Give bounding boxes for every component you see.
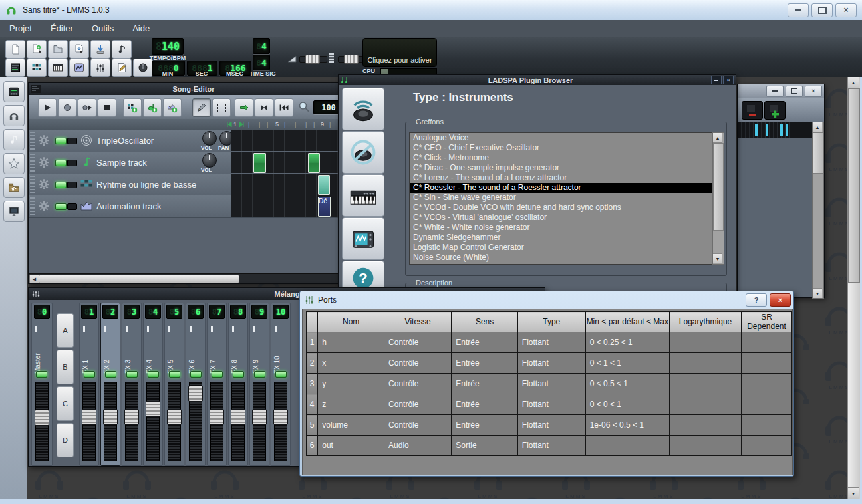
menu-outils[interactable]: Outils xyxy=(82,20,123,37)
row-number[interactable]: 1 xyxy=(307,332,318,353)
toggle-project-notes-button[interactable] xyxy=(112,59,132,77)
remove-steps-button[interactable] xyxy=(742,101,763,120)
row-number[interactable]: 3 xyxy=(307,374,318,394)
mixer-channel-fx2-selected[interactable]: 82FX 2 xyxy=(100,303,120,466)
channel-fader[interactable] xyxy=(210,382,223,461)
plugin-item[interactable]: C* Click - Metronome xyxy=(410,153,713,163)
master-volume-slider[interactable] xyxy=(299,56,327,63)
scroll-down-arrow[interactable]: ▼ xyxy=(848,487,859,499)
play-button[interactable] xyxy=(38,98,57,117)
cell-type[interactable]: Flottant xyxy=(517,436,585,456)
plugin-item[interactable]: Noise Source (White) xyxy=(410,253,713,263)
rewind-button[interactable] xyxy=(275,98,293,117)
scroll-thumb[interactable] xyxy=(39,275,239,283)
track-solo-led[interactable] xyxy=(67,160,77,166)
bb-close-button[interactable]: × xyxy=(805,86,822,97)
cell-sr[interactable] xyxy=(742,436,792,456)
instrument-track-icon[interactable] xyxy=(80,134,92,146)
cell-sens[interactable]: Entrée xyxy=(452,353,518,374)
ports-help-button[interactable]: ? xyxy=(746,293,767,307)
cell-log[interactable] xyxy=(670,374,742,394)
add-steps-button[interactable] xyxy=(764,101,786,120)
cell-range[interactable] xyxy=(585,436,669,456)
header-type[interactable]: Type xyxy=(517,312,585,332)
track-solo-led[interactable] xyxy=(67,138,77,144)
channel-led[interactable] xyxy=(190,371,202,378)
track-grip[interactable] xyxy=(30,154,35,172)
plugin-item-selected[interactable]: C* Roessler - The sound of a Roessler at… xyxy=(410,183,713,193)
workspace-vscrollbar[interactable]: ▲ ▼ xyxy=(847,77,860,499)
window-titlebar[interactable]: Sans titre* - LMMS 1.0.3 × xyxy=(0,0,862,21)
track-name[interactable]: Ryhtme ou ligne de basse xyxy=(96,180,196,189)
cell-sr[interactable] xyxy=(742,332,792,353)
header-vitesse[interactable]: Vitesse xyxy=(384,312,452,332)
header-sens[interactable]: Sens xyxy=(452,312,518,332)
cell-vitesse[interactable]: Contrôle xyxy=(384,332,452,353)
mixer-channel-fx4[interactable]: 84FX 4 xyxy=(143,303,163,466)
cell-range[interactable]: 0 < 0.25 < 1 xyxy=(585,332,669,353)
track-grip[interactable] xyxy=(30,132,35,150)
new-project-button[interactable] xyxy=(5,40,25,59)
cell-range[interactable]: 1e-06 < 0.5 < 1 xyxy=(585,415,669,436)
channel-led[interactable] xyxy=(126,371,138,378)
cell-nom[interactable]: h xyxy=(318,332,384,353)
cell-log[interactable] xyxy=(670,436,742,456)
plugin-item[interactable]: Analogue Voice xyxy=(410,133,713,143)
cell-log[interactable] xyxy=(670,353,742,374)
track-segment-area[interactable] xyxy=(231,152,343,173)
bb-editor-vscrollbar[interactable]: ▲ ▼ xyxy=(812,122,824,299)
bb-pattern-strip[interactable] xyxy=(738,122,815,138)
channel-led[interactable] xyxy=(84,371,95,378)
channel-led[interactable] xyxy=(148,371,159,378)
menu-editer[interactable]: Éditer xyxy=(41,20,82,37)
track-name[interactable]: Automation track xyxy=(96,201,162,211)
sample-clip[interactable] xyxy=(253,153,266,173)
tab-tones[interactable] xyxy=(342,174,384,217)
plugin-list-vscrollbar[interactable]: ▲ ▼ xyxy=(712,132,724,265)
channel-fader[interactable] xyxy=(146,382,160,461)
fader-thumb[interactable] xyxy=(103,409,118,425)
toggle-controller-rack-button[interactable] xyxy=(133,59,153,77)
channel-fader[interactable] xyxy=(168,382,181,461)
fader-thumb[interactable] xyxy=(82,409,96,425)
scroll-thumb[interactable] xyxy=(848,88,860,283)
plugin-item[interactable]: Logistic Map Control Generator xyxy=(410,243,713,253)
tab-effects[interactable] xyxy=(342,131,384,174)
mixer-channel-fx3[interactable]: 83FX 3 xyxy=(122,303,142,466)
cell-vitesse[interactable]: Contrôle xyxy=(384,353,452,374)
timesig-numerator-display[interactable]: 84 xyxy=(253,38,270,54)
fader-thumb[interactable] xyxy=(188,386,203,402)
ports-close-button[interactable]: × xyxy=(770,293,791,307)
header-sr-dependent[interactable]: SR Dependent xyxy=(742,312,792,332)
mixer-channel-master[interactable]: 80 Master xyxy=(31,303,53,466)
close-button[interactable]: × xyxy=(835,3,857,17)
row-number[interactable]: 4 xyxy=(307,394,318,415)
bank-a-button[interactable]: A xyxy=(57,313,74,348)
toggle-song-editor-button[interactable] xyxy=(5,59,25,77)
menu-projet[interactable]: Projet xyxy=(0,20,41,37)
mixer-channel-fx1[interactable]: 81FX 1 xyxy=(79,303,99,466)
cell-log[interactable] xyxy=(670,415,742,436)
channel-fader[interactable] xyxy=(189,382,202,461)
header-logarythmique[interactable]: Logarythmique xyxy=(670,312,742,332)
master-pitch-slider[interactable] xyxy=(338,56,366,63)
scroll-up-arrow[interactable]: ▲ xyxy=(848,77,859,88)
cell-nom[interactable]: out xyxy=(318,436,384,456)
track-gear-icon[interactable] xyxy=(38,200,50,212)
channel-led[interactable] xyxy=(36,371,47,378)
new-from-template-button[interactable] xyxy=(27,40,47,59)
cell-log[interactable] xyxy=(670,394,742,415)
cell-nom[interactable]: volume xyxy=(318,415,384,436)
cell-type[interactable]: Flottant xyxy=(517,374,585,394)
cell-type[interactable]: Flottant xyxy=(517,332,585,353)
ladspa-titlebar[interactable]: LADSPA Plugin Browser × xyxy=(339,75,736,85)
toggle-piano-roll-button[interactable] xyxy=(48,59,68,77)
track-volume-knob[interactable] xyxy=(202,153,217,168)
track-name[interactable]: Sample track xyxy=(96,158,147,168)
plugin-item[interactable]: C* Lorenz - The sound of a Lorenz attrac… xyxy=(410,173,713,183)
beat-cell-on[interactable] xyxy=(780,124,783,136)
mixer-channel-fx5[interactable]: 85FX 5 xyxy=(164,303,184,466)
cell-sens[interactable]: Entrée xyxy=(452,374,518,394)
cell-nom[interactable]: y xyxy=(318,374,384,394)
channel-fader[interactable] xyxy=(104,382,117,461)
